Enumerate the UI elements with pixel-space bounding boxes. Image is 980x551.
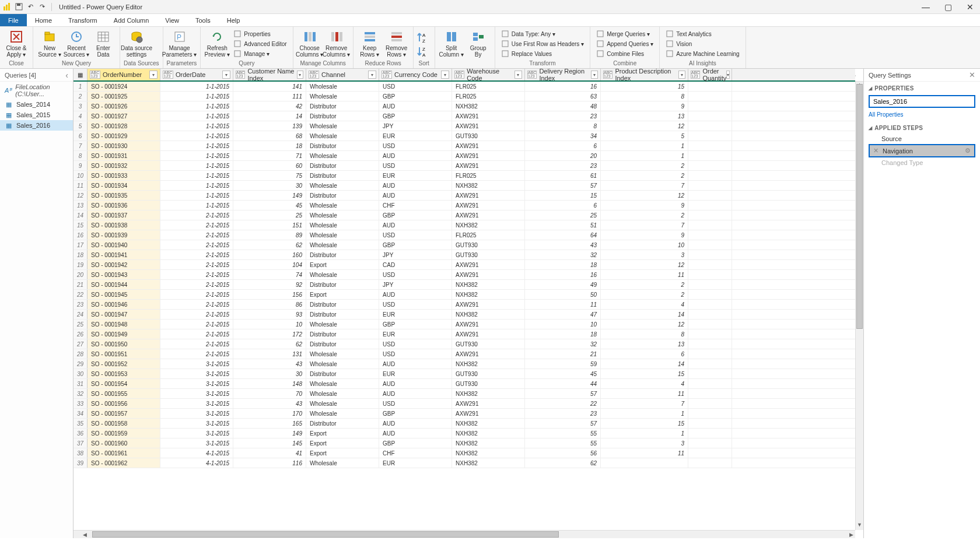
table-cell[interactable]: EUR <box>379 458 452 468</box>
table-cell[interactable]: 3 <box>601 250 688 259</box>
table-cell[interactable]: 60 <box>233 161 306 170</box>
table-cell[interactable] <box>688 280 732 289</box>
table-row[interactable]: 35SO - 00019583-1-2015165DistributorAUDN… <box>74 419 855 429</box>
table-cell[interactable]: 2-1-2015 <box>160 260 233 269</box>
table-cell[interactable]: 71 <box>233 151 306 160</box>
table-cell[interactable] <box>688 300 732 309</box>
table-cell[interactable] <box>688 240 732 250</box>
table-row[interactable]: 9SO - 00019321-1-201560DistributorUSDAXW… <box>74 161 855 171</box>
table-cell[interactable]: 10 <box>233 320 306 329</box>
column-filter-button[interactable]: ▾ <box>222 71 230 79</box>
row-number[interactable]: 35 <box>74 419 88 428</box>
table-row[interactable]: 10SO - 00019331-1-201575DistributorEURFL… <box>74 171 855 181</box>
table-cell[interactable]: 156 <box>233 290 306 299</box>
table-cell[interactable]: 18 <box>525 329 601 339</box>
table-row[interactable]: 15SO - 00019382-1-2015151WholesaleAUDNXH… <box>74 220 855 230</box>
table-cell[interactable]: 30 <box>233 181 306 190</box>
column-filter-button[interactable]: ▾ <box>726 71 730 79</box>
table-cell[interactable]: NXH382 <box>452 181 525 190</box>
table-cell[interactable]: 57 <box>525 419 601 428</box>
row-number[interactable]: 10 <box>74 171 88 180</box>
table-cell[interactable]: 18 <box>525 260 601 269</box>
all-properties-link[interactable]: All Properties <box>869 111 903 118</box>
table-cell[interactable]: 16 <box>525 270 601 279</box>
table-cell[interactable] <box>688 151 732 160</box>
table-cell[interactable]: 55 <box>525 438 601 448</box>
table-cell[interactable]: 14 <box>601 310 688 319</box>
column-filter-button[interactable]: ▾ <box>514 71 522 79</box>
table-cell[interactable]: AXW291 <box>452 349 525 359</box>
table-cell[interactable]: 165 <box>233 419 306 428</box>
table-cell[interactable]: 3-1-2015 <box>160 409 233 418</box>
redo-icon[interactable]: ↷ <box>37 2 47 12</box>
table-cell[interactable]: SO - 0001932 <box>88 161 160 170</box>
table-cell[interactable] <box>688 191 732 200</box>
table-cell[interactable]: 1-1-2015 <box>160 171 233 180</box>
table-cell[interactable]: GBP <box>379 210 452 220</box>
table-cell[interactable]: FLR025 <box>452 171 525 180</box>
table-row[interactable]: 22SO - 00019452-1-2015156ExportAUDNXH382… <box>74 290 855 300</box>
table-cell[interactable]: NXH382 <box>452 389 525 398</box>
table-cell[interactable]: AXW291 <box>452 161 525 170</box>
table-cell[interactable]: AXW291 <box>452 409 525 418</box>
table-cell[interactable]: 12 <box>601 191 688 200</box>
vscroll-thumb[interactable] <box>856 84 863 329</box>
table-cell[interactable]: SO - 0001956 <box>88 399 160 408</box>
table-cell[interactable]: NXH382 <box>452 220 525 230</box>
table-row[interactable]: 26SO - 00019492-1-2015172DistributorEURA… <box>74 329 855 339</box>
scroll-right-arrow[interactable]: ▶ <box>847 531 855 538</box>
table-cell[interactable]: 12 <box>601 320 688 329</box>
table-cell[interactable]: 2-1-2015 <box>160 290 233 299</box>
table-cell[interactable] <box>688 121 732 131</box>
table-cell[interactable]: SO - 0001950 <box>88 339 160 349</box>
row-number[interactable]: 13 <box>74 201 88 210</box>
table-cell[interactable]: Distributor <box>306 280 379 289</box>
row-number[interactable]: 36 <box>74 429 88 438</box>
column-header[interactable]: ABC123Customer Name Index▾ <box>233 69 306 80</box>
table-cell[interactable]: 93 <box>233 310 306 319</box>
table-cell[interactable]: 20 <box>525 151 601 160</box>
table-cell[interactable]: 23 <box>525 409 601 418</box>
row-number[interactable]: 12 <box>74 191 88 200</box>
table-cell[interactable] <box>688 329 732 339</box>
table-cell[interactable]: AUD <box>379 151 452 160</box>
table-cell[interactable]: Wholesale <box>306 379 379 388</box>
table-cell[interactable]: 50 <box>525 290 601 299</box>
table-row[interactable]: 4SO - 00019271-1-201514DistributorGBPAXW… <box>74 111 855 121</box>
table-cell[interactable] <box>688 389 732 398</box>
table-cell[interactable] <box>688 399 732 408</box>
table-cell[interactable] <box>601 458 688 468</box>
table-cell[interactable]: 4-1-2015 <box>160 458 233 468</box>
table-cell[interactable]: 3-1-2015 <box>160 359 233 368</box>
table-cell[interactable]: AXW291 <box>452 111 525 121</box>
table-cell[interactable]: 34 <box>525 131 601 141</box>
table-cell[interactable] <box>688 339 732 349</box>
query-folder-item[interactable]: AᴮFileLocation (C:\User... <box>0 82 73 99</box>
table-cell[interactable]: Wholesale <box>306 409 379 418</box>
table-cell[interactable]: 2 <box>601 171 688 180</box>
table-cell[interactable] <box>688 369 732 378</box>
table-cell[interactable]: SO - 0001961 <box>88 448 160 458</box>
enter-data-button[interactable]: Enter Data <box>90 28 116 60</box>
table-cell[interactable]: 2-1-2015 <box>160 329 233 339</box>
manage-button[interactable]: Manage ▾ <box>231 49 289 58</box>
row-number[interactable]: 28 <box>74 349 88 359</box>
table-cell[interactable]: JPY <box>379 121 452 131</box>
remove-rows-button[interactable]: Remove Rows ▾ <box>384 28 410 60</box>
table-cell[interactable] <box>688 131 732 141</box>
row-number[interactable]: 19 <box>74 260 88 269</box>
table-row[interactable]: 14SO - 00019372-1-201525WholesaleGBPAXW2… <box>74 210 855 220</box>
table-cell[interactable]: Distributor <box>306 369 379 378</box>
table-cell[interactable] <box>688 349 732 359</box>
table-cell[interactable]: 1-1-2015 <box>160 131 233 141</box>
table-cell[interactable]: USD <box>379 161 452 170</box>
query-item[interactable]: ▦Sales_2015 <box>0 110 73 120</box>
table-cell[interactable]: GUT930 <box>452 369 525 378</box>
table-cell[interactable]: Distributor <box>306 300 379 309</box>
table-cell[interactable]: 6 <box>601 349 688 359</box>
column-filter-button[interactable]: ▾ <box>297 71 303 79</box>
table-cell[interactable]: 45 <box>233 201 306 210</box>
datatype-icon[interactable]: ABC123 <box>603 71 612 79</box>
row-number[interactable]: 9 <box>74 161 88 170</box>
table-cell[interactable]: 75 <box>233 171 306 180</box>
